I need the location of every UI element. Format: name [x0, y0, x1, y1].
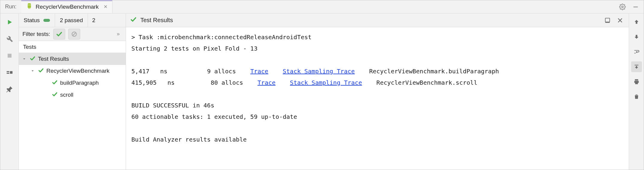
- svg-point-0: [622, 6, 623, 8]
- check-icon: [30, 55, 36, 63]
- wrench-icon[interactable]: [4, 34, 15, 44]
- status-pill-icon: [43, 19, 50, 22]
- status-label: Status: [24, 17, 40, 24]
- filter-more-button[interactable]: »: [115, 31, 122, 37]
- tree-node-label: Test Results: [38, 56, 69, 62]
- tree-node-root[interactable]: Test Results: [19, 53, 126, 65]
- rerun-icon[interactable]: [4, 17, 15, 27]
- close-icon[interactable]: [616, 16, 625, 25]
- svg-rect-9: [605, 22, 610, 23]
- layout-icon[interactable]: [4, 67, 15, 78]
- tests-header: Tests: [19, 41, 126, 53]
- close-icon[interactable]: ✕: [102, 4, 107, 10]
- tree-node-label: buildParagraph: [60, 80, 99, 86]
- tree-node-label: scroll: [60, 92, 73, 98]
- svg-rect-2: [7, 54, 11, 58]
- stop-icon[interactable]: [4, 51, 15, 61]
- status-row: Status 2 passed 2: [19, 13, 126, 27]
- passed-count: 2 passed: [60, 17, 83, 24]
- total-count: 2: [88, 17, 100, 24]
- console-output[interactable]: > Task :microbenchmark:connectedReleaseA…: [126, 27, 629, 170]
- console: Test Results > Task :microbenchmark:conn…: [126, 13, 629, 170]
- filter-row: Filter tests: »: [19, 27, 126, 41]
- trash-icon[interactable]: [631, 91, 642, 102]
- minimize-icon[interactable]: [632, 3, 640, 11]
- run-gutter: [0, 13, 19, 170]
- svg-line-7: [72, 32, 76, 36]
- run-tab-label: RecyclerViewBenchmark: [36, 4, 99, 10]
- scroll-to-end-icon[interactable]: [631, 61, 642, 72]
- tree-node-test[interactable]: buildParagraph: [19, 77, 126, 89]
- pin-icon[interactable]: [4, 84, 15, 94]
- tree-node-suite[interactable]: RecyclerViewBenchmark: [19, 65, 126, 77]
- tree-node-label: RecyclerViewBenchmark: [46, 68, 110, 74]
- filter-label: Filter tests:: [22, 31, 50, 37]
- tree-node-test[interactable]: scroll: [19, 89, 126, 101]
- run-label: Run:: [0, 0, 21, 13]
- chevron-down-icon[interactable]: [21, 57, 27, 61]
- scroll-up-icon[interactable]: [631, 16, 642, 27]
- svg-rect-3: [7, 71, 9, 72]
- svg-rect-4: [7, 73, 9, 74]
- trace-link[interactable]: Trace: [257, 79, 275, 86]
- console-title: Test Results: [140, 17, 173, 24]
- check-icon: [52, 91, 58, 99]
- svg-rect-1: [634, 7, 638, 7]
- export-icon[interactable]: [603, 16, 612, 25]
- filter-ignored-button[interactable]: [68, 29, 80, 40]
- stack-trace-link[interactable]: Stack Sampling Trace: [290, 79, 362, 86]
- console-header: Test Results: [126, 13, 629, 27]
- check-icon: [38, 67, 44, 75]
- filter-passed-button[interactable]: [53, 29, 65, 40]
- check-icon: [52, 79, 58, 87]
- svg-rect-8: [605, 18, 610, 22]
- svg-rect-5: [10, 71, 13, 74]
- tool-window-header: Run: RecyclerViewBenchmark ✕: [0, 0, 644, 13]
- print-icon[interactable]: [631, 76, 642, 87]
- run-tab[interactable]: RecyclerViewBenchmark ✕: [21, 0, 113, 13]
- check-icon: [130, 16, 137, 24]
- stack-trace-link[interactable]: Stack Sampling Trace: [283, 68, 355, 75]
- test-tree-panel: Status 2 passed 2 Filter tests: » Tests: [19, 13, 126, 170]
- soft-wrap-icon[interactable]: [631, 46, 642, 57]
- console-gutter: [629, 13, 644, 170]
- test-tree[interactable]: Test Results RecyclerViewBenchmark build…: [19, 53, 126, 170]
- android-icon: [26, 3, 33, 11]
- scroll-down-icon[interactable]: [631, 31, 642, 42]
- trace-link[interactable]: Trace: [250, 68, 268, 75]
- chevron-down-icon[interactable]: [30, 69, 36, 73]
- gear-icon[interactable]: [619, 3, 626, 11]
